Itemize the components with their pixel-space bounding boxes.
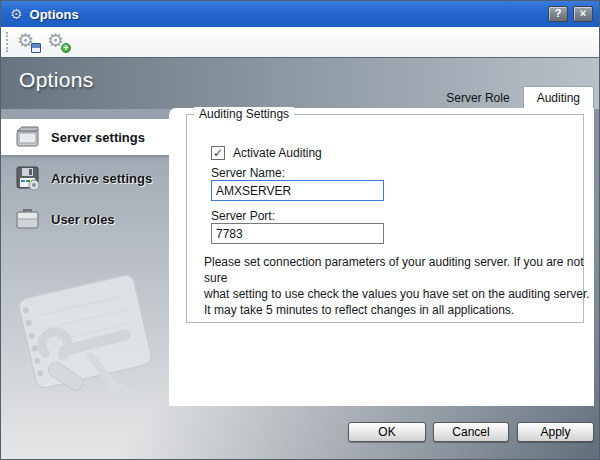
auditing-settings-group: Auditing Settings ✓ Activate Auditing Se…	[186, 114, 584, 323]
save-disk-badge-icon	[31, 43, 41, 53]
server-port-label: Server Port:	[211, 209, 275, 223]
cancel-button[interactable]: Cancel	[433, 422, 509, 442]
sidebar-item-label: Archive settings	[51, 171, 152, 186]
briefcase-icon	[14, 206, 41, 232]
sidebar-item-user-roles[interactable]: User roles	[1, 203, 169, 235]
add-plus-badge-icon: +	[61, 43, 71, 53]
add-options-button[interactable]: ⚙ +	[46, 30, 73, 55]
auditing-panel: Auditing Settings ✓ Activate Auditing Se…	[169, 108, 594, 406]
tab-server-role[interactable]: Server Role	[433, 87, 522, 109]
sidebar-item-label: Server settings	[51, 130, 145, 145]
page-header: Options Server Role Auditing	[1, 57, 599, 109]
app-gear-icon: ⚙	[10, 6, 23, 22]
activate-auditing-row: ✓ Activate Auditing	[211, 146, 322, 160]
tab-bar: Server Role Auditing	[433, 86, 594, 109]
tab-auditing[interactable]: Auditing	[523, 86, 594, 109]
help-line: what setting to use check the values you…	[204, 286, 600, 302]
options-dialog: ⚙ Options ? × ⚙ ⚙ + Options Server Role …	[0, 0, 600, 460]
toolbar-grip[interactable]	[6, 32, 9, 52]
save-options-button[interactable]: ⚙	[16, 30, 43, 55]
help-line: Please set connection parameters of your…	[204, 254, 600, 286]
close-button[interactable]: ×	[573, 6, 593, 22]
sidebar-item-archive-settings[interactable]: Archive settings	[1, 162, 169, 194]
ok-button[interactable]: OK	[348, 422, 426, 442]
window-title: Options	[30, 7, 79, 22]
server-name-label: Server Name:	[211, 166, 285, 180]
server-port-input[interactable]	[211, 223, 384, 244]
help-button[interactable]: ?	[548, 6, 568, 22]
tools-watermark-icon	[3, 273, 185, 415]
help-text: Please set connection parameters of your…	[204, 254, 600, 318]
sidebar-item-label: User roles	[51, 212, 115, 227]
activate-auditing-label: Activate Auditing	[233, 146, 322, 160]
help-line: It may take 5 minutes to reflect changes…	[204, 302, 600, 318]
group-title: Auditing Settings	[194, 107, 294, 121]
sidebar-item-server-settings[interactable]: Server settings	[1, 119, 169, 155]
apply-button[interactable]: Apply	[517, 422, 594, 442]
server-name-input[interactable]	[211, 180, 384, 201]
toolbar: ⚙ ⚙ +	[1, 27, 599, 57]
folder-icon	[14, 124, 41, 150]
activate-auditing-checkbox[interactable]: ✓	[211, 146, 225, 160]
page-title: Options	[19, 68, 93, 92]
floppy-disk-icon	[14, 165, 41, 191]
titlebar[interactable]: ⚙ Options ? ×	[1, 1, 599, 27]
